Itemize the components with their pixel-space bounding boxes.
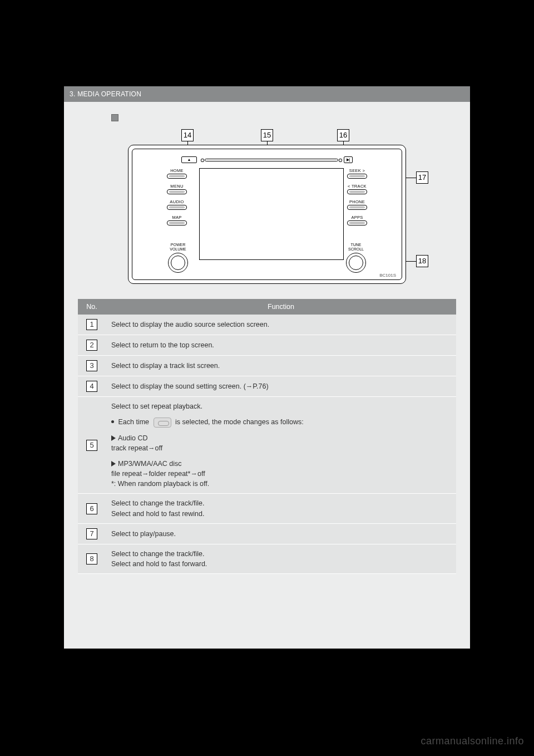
callout-17: 17 — [416, 171, 428, 184]
row-number-box: 2 — [86, 340, 97, 351]
row-function-text: Select to set repeat playback. Each time… — [106, 397, 456, 494]
square-marker-icon — [111, 114, 118, 121]
mp3-block: MP3/WMA/AAC disc file repeat→folder repe… — [111, 459, 451, 489]
row-line2: Select and hold to fast rewind. — [111, 510, 204, 518]
knob-icon — [346, 253, 366, 273]
audio-cd-label: Audio CD — [118, 434, 148, 442]
hw-button-map: MAP — [167, 215, 187, 225]
left-button-group: HOME MENU AUDIO MAP — [167, 168, 187, 230]
row-function-text: Select to display the audio source selec… — [106, 315, 456, 335]
table-header-no: No. — [78, 299, 106, 315]
device-outline: ▲ ▶| HOME MENU AUDIO MAP SEEK > < TRACK … — [128, 145, 406, 284]
pill-icon — [347, 220, 367, 225]
triangle-icon — [111, 461, 116, 467]
each-time-pre: Each time — [118, 418, 149, 426]
right-button-group: SEEK > < TRACK PHONE APPS — [347, 168, 367, 230]
manual-page: 3. MEDIA OPERATION Control panel 14 15 1… — [64, 86, 470, 649]
pill-icon — [347, 205, 367, 210]
row-number-box: 5 — [86, 440, 97, 451]
hw-button-home: HOME — [167, 168, 187, 179]
section-header: 3. MEDIA OPERATION — [64, 86, 470, 102]
control-panel-heading: Control panel — [111, 114, 456, 126]
table-row: 4 Select to display the sound setting sc… — [78, 376, 456, 397]
row-number-box: 3 — [86, 360, 97, 371]
triangle-icon — [111, 435, 116, 441]
mp3-label: MP3/WMA/AAC disc — [118, 460, 182, 468]
play-button-icon: ▶| — [344, 156, 353, 163]
knob-label: TUNE SCROLL — [342, 243, 370, 252]
display-screen-icon — [199, 168, 344, 260]
row-line1: Select to change the track/file. — [111, 499, 204, 507]
device-inner-outline: ▲ ▶| HOME MENU AUDIO MAP SEEK > < TRACK … — [132, 149, 402, 280]
table-row: 5 Select to set repeat playback. Each ti… — [78, 397, 456, 494]
table-row: 7 Select to play/pause. — [78, 523, 456, 544]
repeat-each-time: Each time is selected, the mode changes … — [111, 417, 451, 428]
callout-18: 18 — [416, 255, 428, 267]
hw-label: AUDIO — [167, 199, 187, 204]
hw-button-audio: AUDIO — [167, 199, 187, 210]
each-time-post: is selected, the mode changes as follows… — [175, 418, 304, 426]
hw-label: < TRACK — [347, 184, 367, 189]
row-function-text: Select to return to the top screen. — [106, 335, 456, 356]
row-number-box: 7 — [86, 528, 97, 539]
callout-15: 15 — [261, 129, 273, 141]
table-row: 6 Select to change the track/file. Selec… — [78, 494, 456, 523]
device-diagram: 14 15 16 17 18 ▲ ▶| HOME MENU — [128, 129, 406, 288]
tune-scroll-knob: TUNE SCROLL — [342, 243, 370, 273]
eject-button-icon: ▲ — [181, 156, 197, 163]
audio-cd-seq: track repeat→off — [111, 444, 162, 452]
row-number-box: 8 — [86, 553, 97, 564]
pill-icon — [347, 174, 367, 179]
table-row: 2 Select to return to the top screen. — [78, 335, 456, 356]
table-row: 8 Select to change the track/file. Selec… — [78, 544, 456, 573]
hw-button-track: < TRACK — [347, 184, 367, 194]
row-line2: Select and hold to fast forward. — [111, 560, 207, 568]
repeat-intro: Select to set repeat playback. — [111, 401, 451, 411]
row-number-box: 4 — [86, 381, 97, 392]
row-number-box: 6 — [86, 503, 97, 514]
table-row: 1 Select to display the audio source sel… — [78, 315, 456, 335]
hw-button-seek: SEEK > — [347, 168, 367, 179]
pill-icon — [347, 189, 367, 194]
knob-icon — [168, 253, 188, 273]
repeat-icon — [154, 418, 171, 428]
hw-label: MENU — [167, 184, 187, 189]
watermark-text: carmanualsonline.info — [421, 735, 524, 747]
row-function-text: Select to display the sound setting scre… — [106, 376, 456, 397]
row-number-box: 1 — [86, 319, 97, 330]
table-row: 3 Select to display a track list screen. — [78, 356, 456, 376]
bullet-icon — [111, 420, 114, 423]
pill-icon — [167, 205, 187, 210]
audio-cd-block: Audio CD track repeat→off — [111, 433, 451, 453]
row-function-text: Select to change the track/file. Select … — [106, 494, 456, 523]
disc-slot-icon — [205, 159, 338, 161]
callout-16: 16 — [337, 129, 349, 141]
pill-icon — [167, 189, 187, 194]
row-function-text: Select to play/pause. — [106, 523, 456, 544]
pill-icon — [167, 174, 187, 179]
hw-label: HOME — [167, 168, 187, 173]
knob-label: POWER VOLUME — [164, 243, 192, 252]
page-content: Control panel 14 15 16 17 18 ▲ ▶| — [64, 102, 470, 585]
mp3-footnote: *: When random playback is off. — [111, 480, 209, 488]
hw-button-phone: PHONE — [347, 199, 367, 210]
hw-label: APPS — [347, 215, 367, 220]
hw-label: MAP — [167, 215, 187, 220]
power-volume-knob: POWER VOLUME — [164, 243, 192, 273]
diagram-id-label: BC101S — [379, 273, 396, 278]
table-header-function: Function — [106, 299, 456, 315]
row-function-text: Select to display a track list screen. — [106, 356, 456, 376]
hw-label: SEEK > — [347, 168, 367, 173]
mp3-seq: file repeat→folder repeat*→off — [111, 470, 205, 478]
function-table: No. Function 1 Select to display the aud… — [78, 299, 456, 574]
row-line1: Select to change the track/file. — [111, 550, 204, 558]
pill-icon — [167, 220, 187, 225]
callout-14: 14 — [181, 129, 194, 141]
hw-label: PHONE — [347, 199, 367, 204]
row-function-text: Select to change the track/file. Select … — [106, 544, 456, 573]
hw-button-apps: APPS — [347, 215, 367, 225]
hw-button-menu: MENU — [167, 184, 187, 194]
